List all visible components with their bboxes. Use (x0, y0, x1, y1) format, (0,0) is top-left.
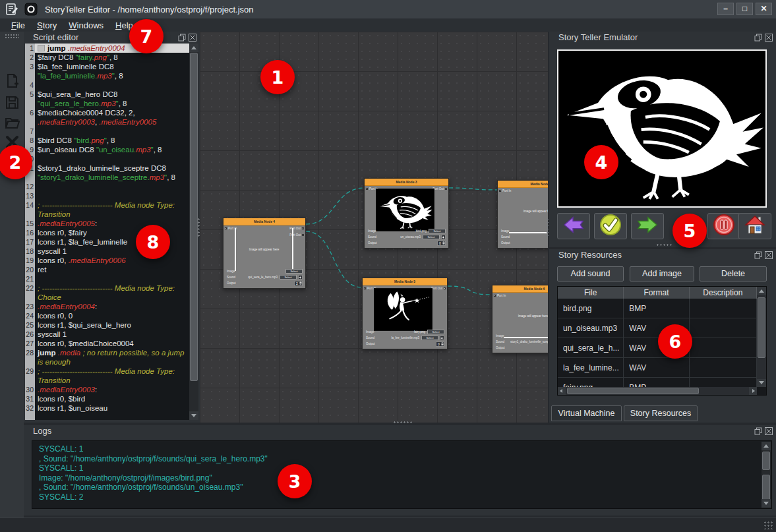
close-icon[interactable] (765, 34, 773, 42)
code-line[interactable]: 4 (25, 80, 189, 90)
code-line[interactable]: 10 (25, 154, 189, 163)
code-line[interactable]: 11$story1_drako_luminelle_sceptre DC8 "s… (25, 163, 189, 182)
scroll-right-icon[interactable] (749, 387, 757, 395)
output-spinner[interactable]: 2 (294, 281, 303, 286)
media-node[interactable]: Media NodePort InImage will appear hereI… (497, 180, 548, 249)
speaker-icon[interactable] (298, 275, 303, 280)
toolbar-drag-handle[interactable] (5, 34, 19, 39)
node-title[interactable]: Media Node 4 (224, 218, 305, 225)
code-line[interactable]: 13 (25, 191, 189, 200)
forward-button[interactable] (631, 213, 664, 239)
float-icon[interactable] (754, 427, 762, 435)
media-node[interactable]: Media Node 5Port InPort OutImagefairy.pn… (362, 278, 448, 349)
float-icon[interactable] (754, 251, 762, 259)
float-icon[interactable] (178, 34, 186, 42)
splitter-handle[interactable] (197, 218, 201, 237)
table-hscrollbar-thumb[interactable] (567, 388, 699, 394)
column-header-format[interactable]: Format (624, 287, 689, 299)
output-spinner[interactable]: 0 (437, 241, 446, 246)
home-button[interactable] (738, 213, 771, 239)
scroll-left-icon[interactable] (558, 387, 566, 395)
code-line[interactable]: 19lcons r0, .mediaEntry0006 (25, 256, 189, 265)
media-node[interactable]: Media Node 3Port InPort OutImagebird.png… (364, 178, 449, 249)
code-line[interactable]: 27lcons r0, $mediaChoice0004 (25, 339, 189, 348)
scroll-up-icon[interactable] (757, 287, 766, 295)
node-title[interactable]: Media Node 5 (363, 278, 447, 285)
select-button[interactable]: Select (427, 330, 444, 334)
splitter-handle[interactable] (656, 243, 673, 247)
minimize-button[interactable]: – (717, 3, 734, 15)
code-line[interactable]: 3$la_fee_luminelle DC8 "la_fee_luminelle… (25, 62, 189, 80)
media-node[interactable]: Media Node 6Port InImage will appear her… (492, 285, 548, 353)
pause-button[interactable] (707, 213, 740, 239)
code-line[interactable]: 12 (25, 182, 189, 191)
close-icon[interactable] (189, 34, 196, 42)
scroll-down-icon[interactable] (757, 379, 766, 387)
code-line[interactable]: 25lcons r1, $qui_sera_le_hero (25, 320, 189, 330)
node-title[interactable]: Media Node 6 (492, 285, 548, 293)
code-line[interactable]: 23.mediaEntry0004: (25, 302, 189, 311)
table-hscrollbar[interactable] (558, 387, 757, 395)
close-icon[interactable] (765, 251, 773, 259)
table-row[interactable]: bird.pngBMP (558, 299, 757, 318)
table-row[interactable]: la_fee_lumine...WAV (558, 358, 757, 378)
table-vscrollbar[interactable] (757, 287, 766, 387)
code-line[interactable]: 7 (25, 127, 189, 136)
node-title[interactable]: Media Node (498, 181, 548, 188)
table-body[interactable]: bird.pngBMPun_oiseau.mp3WAVqui_sera_le_h… (558, 299, 757, 387)
open-button[interactable] (4, 114, 20, 131)
node-graph-canvas[interactable]: Media Node 4Port InPort OutPort OutImage… (200, 32, 548, 423)
ok-button[interactable] (594, 213, 627, 239)
code-line[interactable]: 15.mediaEntry0005: (25, 219, 189, 228)
logs-scrollbar[interactable] (761, 442, 771, 508)
code-line[interactable]: 31lcons r0, $bird (25, 394, 189, 403)
logs-scrollbar-thumb[interactable] (762, 452, 770, 470)
media-node[interactable]: Media Node 4Port InPort OutPort OutImage… (223, 218, 306, 289)
editor-scrollbar-thumb[interactable] (190, 53, 198, 381)
scroll-down-icon[interactable] (761, 499, 771, 508)
code-line[interactable]: 29; ---------------------------- Media n… (25, 367, 189, 385)
tab-story-resources[interactable]: Story Resources (624, 405, 698, 421)
select-button[interactable]: Select (429, 229, 446, 233)
speaker-icon[interactable] (440, 336, 444, 340)
code-line[interactable]: 21 (25, 274, 189, 283)
code-line[interactable]: 28jump .media ; no return possible, so a… (25, 348, 189, 367)
code-line[interactable]: 30.mediaEntry0003: (25, 385, 189, 394)
splitter-handle[interactable] (546, 218, 550, 237)
column-header-description[interactable]: Description (690, 287, 757, 299)
scroll-up-icon[interactable] (189, 44, 198, 52)
code-line[interactable]: 24lcons r0, 0 (25, 311, 189, 320)
table-header[interactable]: FileFormatDescription (558, 287, 757, 299)
table-row[interactable]: qui_sera_le_h...WAV (558, 338, 757, 358)
code-line[interactable]: 6$mediaChoice0004 DC32, 2, .mediaEntry00… (25, 108, 189, 127)
code-line[interactable]: 8$bird DC8 "bird.png", 8 (25, 136, 189, 145)
table-row[interactable]: un_oiseau.mp3WAV (558, 318, 757, 338)
close-window-button[interactable]: ✕ (756, 3, 772, 15)
delete-button[interactable]: Delete (700, 266, 767, 281)
menu-file[interactable]: File (5, 20, 31, 31)
tab-virtual-machine[interactable]: Virtual Machine (551, 405, 622, 421)
select-button[interactable]: Select (423, 235, 440, 239)
output-spinner[interactable]: 0 (436, 341, 444, 347)
code-line[interactable]: 26syscall 1 (25, 330, 189, 339)
back-button[interactable] (557, 213, 590, 239)
node-title[interactable]: Media Node 3 (365, 179, 448, 186)
save-button[interactable] (4, 94, 20, 111)
table-scrollbar-thumb[interactable] (758, 297, 765, 358)
code-line[interactable]: 22; ---------------------------- Media n… (25, 283, 189, 302)
select-button[interactable]: Select (285, 269, 303, 274)
splitter-handle[interactable] (393, 421, 413, 425)
code-line[interactable]: 14; ---------------------------- Media n… (25, 200, 189, 219)
port-out[interactable]: Port Out (431, 287, 446, 290)
code-line[interactable]: 5$qui_sera_le_hero DC8 "qui_sera_le_hero… (25, 90, 189, 108)
add-sound-button[interactable]: Add sound (557, 266, 624, 281)
scroll-down-icon[interactable] (189, 411, 198, 420)
title-bar[interactable]: StoryTeller Editor - /home/anthony/ostpr… (0, 0, 776, 18)
resize-grip[interactable] (763, 521, 773, 529)
code-line[interactable]: 1jump .mediaEntry0004 (25, 44, 189, 53)
add-image-button[interactable]: Add image (630, 266, 694, 281)
new-file-button[interactable] (4, 73, 20, 89)
logs-scrollbar-thumb[interactable] (762, 475, 770, 501)
code-line[interactable]: 9$un_oiseau DC8 "un_oiseau.mp3", 8 (25, 145, 189, 154)
speaker-icon[interactable] (441, 235, 446, 239)
